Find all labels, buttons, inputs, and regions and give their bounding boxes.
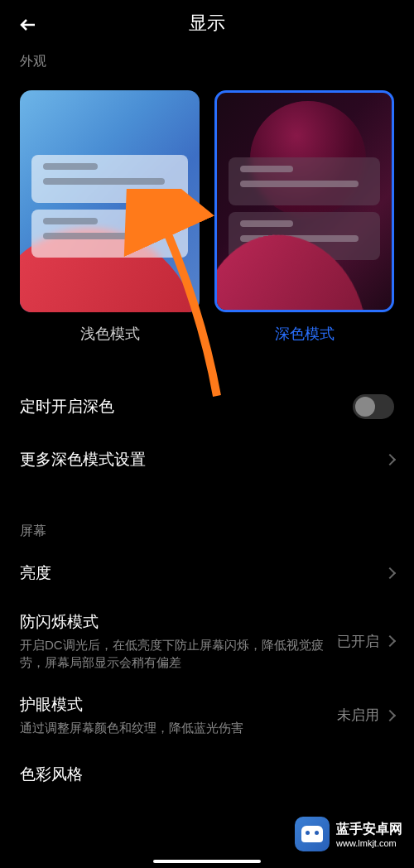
brightness-row[interactable]: 亮度 [20, 547, 394, 600]
chevron-right-icon [384, 567, 396, 579]
eye-care-row[interactable]: 护眼模式 通过调整屏幕颜色和纹理，降低蓝光伤害 未启用 [20, 682, 394, 748]
color-style-row[interactable]: 色彩风格 [20, 748, 394, 801]
watermark-logo-icon [295, 817, 330, 851]
anti-flicker-value: 已开启 [337, 632, 379, 651]
theme-light-preview [20, 90, 200, 312]
color-style-label: 色彩风格 [20, 764, 83, 785]
theme-dark-preview [214, 90, 394, 312]
anti-flicker-title: 防闪烁模式 [20, 611, 337, 633]
theme-dark[interactable]: 深色模式 [214, 90, 394, 344]
theme-dark-label: 深色模式 [275, 324, 335, 344]
scheduled-dark-toggle[interactable] [353, 394, 394, 419]
chevron-right-icon [384, 454, 396, 465]
scheduled-dark-row[interactable]: 定时开启深色 [20, 380, 394, 433]
eye-care-title: 护眼模式 [20, 694, 337, 716]
eye-care-value: 未启用 [337, 706, 379, 725]
watermark-title: 蓝手安卓网 [336, 821, 402, 838]
theme-light-label: 浅色模式 [80, 324, 140, 344]
header: 显示 [0, 0, 414, 46]
more-dark-label: 更多深色模式设置 [20, 449, 146, 470]
anti-flicker-desc: 开启DC调光后，在低亮度下防止屏幕闪烁，降低视觉疲劳，屏幕局部显示会稍有偏差 [20, 636, 337, 671]
brightness-label: 亮度 [20, 562, 51, 584]
chevron-right-icon [384, 709, 396, 721]
scheduled-dark-label: 定时开启深色 [20, 396, 114, 417]
watermark: 蓝手安卓网 www.lmkjt.com [295, 817, 402, 851]
back-button[interactable] [17, 13, 40, 36]
home-indicator[interactable] [153, 860, 261, 863]
more-dark-settings-row[interactable]: 更多深色模式设置 [20, 433, 394, 486]
theme-light[interactable]: 浅色模式 [20, 90, 200, 344]
chevron-right-icon [384, 635, 396, 647]
back-arrow-icon [18, 15, 38, 35]
anti-flicker-row[interactable]: 防闪烁模式 开启DC调光后，在低亮度下防止屏幕闪烁，降低视觉疲劳，屏幕局部显示会… [20, 600, 394, 682]
eye-care-desc: 通过调整屏幕颜色和纹理，降低蓝光伤害 [20, 719, 337, 736]
theme-selector: 浅色模式 深色模式 [0, 77, 414, 350]
appearance-label: 外观 [0, 46, 414, 77]
watermark-url: www.lmkjt.com [336, 838, 402, 848]
screen-label: 屏幕 [0, 516, 414, 547]
page-title: 显示 [189, 11, 225, 36]
